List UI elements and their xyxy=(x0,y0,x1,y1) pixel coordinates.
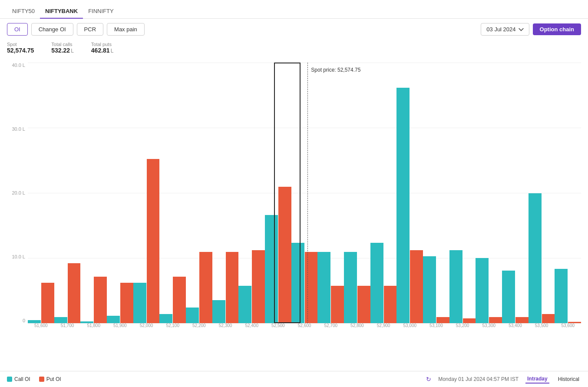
date-picker[interactable]: 03 Jul 2024 xyxy=(481,23,529,36)
put-bar[interactable] xyxy=(384,286,397,323)
x-label: 52,600 xyxy=(291,323,318,328)
call-bar[interactable] xyxy=(238,286,251,323)
bar-group[interactable] xyxy=(476,258,502,323)
x-label: 52,800 xyxy=(344,323,370,328)
bar-group[interactable] xyxy=(449,250,476,323)
put-bar[interactable] xyxy=(252,250,265,323)
x-label: 52,700 xyxy=(317,323,344,328)
call-bar[interactable] xyxy=(344,252,357,323)
put-bar[interactable] xyxy=(357,286,370,323)
bar-group[interactable] xyxy=(107,283,133,323)
call-bar[interactable] xyxy=(159,314,172,323)
call-bar[interactable] xyxy=(370,243,383,323)
x-label: 52,400 xyxy=(238,323,265,328)
x-label: 51,900 xyxy=(107,323,133,328)
call-oi-label: Call OI xyxy=(14,376,30,382)
put-bar[interactable] xyxy=(515,317,529,323)
chevron-down-icon xyxy=(519,27,524,32)
put-bar[interactable] xyxy=(305,252,318,323)
max-pain-button[interactable]: Max pain xyxy=(107,23,145,36)
total-puts-label: Total puts xyxy=(91,42,114,47)
call-bar[interactable] xyxy=(291,243,304,323)
change-oi-button[interactable]: Change OI xyxy=(31,23,73,36)
bar-group[interactable] xyxy=(28,283,54,323)
call-bar[interactable] xyxy=(396,88,410,323)
bar-group[interactable] xyxy=(370,243,397,323)
bar-group[interactable] xyxy=(80,277,107,323)
call-bar[interactable] xyxy=(317,252,330,323)
bar-group[interactable] xyxy=(238,250,265,323)
call-bar[interactable] xyxy=(265,215,278,323)
call-bar[interactable] xyxy=(449,250,462,323)
footer: Call OI Put OI ↻ Monday 01 Jul 2024 04:5… xyxy=(0,371,588,387)
bar-group[interactable] xyxy=(54,263,81,323)
x-label: 51,600 xyxy=(28,323,54,328)
bar-group[interactable] xyxy=(344,252,370,323)
bar-group[interactable] xyxy=(186,252,212,323)
call-bar[interactable] xyxy=(133,283,146,323)
call-bar[interactable] xyxy=(476,258,489,323)
bar-group[interactable] xyxy=(555,269,581,323)
bar-group[interactable] xyxy=(159,277,186,323)
x-axis: 51,60051,70051,80051,90052,00052,10052,2… xyxy=(28,323,581,336)
historical-button[interactable]: Historical xyxy=(556,375,581,383)
bar-group[interactable] xyxy=(529,193,555,323)
bar-group[interactable] xyxy=(396,88,423,323)
put-bar[interactable] xyxy=(436,317,449,323)
footer-right: ↻ Monday 01 Jul 2024 04:57 PM IST Intrad… xyxy=(426,375,581,384)
put-bar[interactable] xyxy=(94,277,107,323)
put-bar[interactable] xyxy=(68,263,81,323)
bar-group[interactable] xyxy=(291,243,318,323)
date-label: 03 Jul 2024 xyxy=(486,26,515,33)
call-bar[interactable] xyxy=(28,320,41,323)
oi-button[interactable]: OI xyxy=(7,23,28,36)
bar-group[interactable] xyxy=(265,187,291,323)
put-bar[interactable] xyxy=(120,283,133,323)
bar-group[interactable] xyxy=(212,252,239,323)
bar-group[interactable] xyxy=(502,271,529,323)
put-bar[interactable] xyxy=(542,314,555,323)
total-puts-stat: Total puts 462.81L xyxy=(91,42,114,54)
tab-nifty50[interactable]: NIFTY50 xyxy=(7,4,40,19)
put-bar[interactable] xyxy=(173,277,186,323)
x-label: 52,900 xyxy=(370,323,397,328)
pcr-button[interactable]: PCR xyxy=(77,23,103,36)
call-bar[interactable] xyxy=(555,269,568,323)
put-bar[interactable] xyxy=(463,318,476,323)
put-bar[interactable] xyxy=(226,252,239,323)
y-label-30: 30.0 L xyxy=(12,126,25,132)
put-bar[interactable] xyxy=(41,283,54,323)
call-bar[interactable] xyxy=(54,317,67,323)
call-bar[interactable] xyxy=(212,300,225,323)
put-bar[interactable] xyxy=(489,317,502,323)
total-calls-label: Total calls xyxy=(51,42,74,47)
bar-group[interactable] xyxy=(423,256,449,323)
call-bar[interactable] xyxy=(107,316,120,323)
bar-group[interactable] xyxy=(317,252,344,323)
spot-stat: Spot 52,574.75 xyxy=(7,42,34,54)
x-label: 53,400 xyxy=(502,323,529,328)
put-bar[interactable] xyxy=(410,250,423,323)
chart-container: 40.0 L 30.0 L 20.0 L 10.0 L 0 51,60051,7… xyxy=(7,63,581,336)
put-bar[interactable] xyxy=(278,187,291,323)
x-label: 52,300 xyxy=(212,323,239,328)
option-chain-button[interactable]: Option chain xyxy=(533,23,581,35)
call-bar[interactable] xyxy=(423,256,436,323)
x-label: 51,800 xyxy=(80,323,107,328)
put-oi-label: Put OI xyxy=(46,376,61,382)
x-label: 52,200 xyxy=(186,323,212,328)
call-bar[interactable] xyxy=(529,193,542,323)
tab-niftybank[interactable]: NIFTYBANK xyxy=(40,4,83,19)
refresh-icon[interactable]: ↻ xyxy=(426,376,431,383)
put-bar[interactable] xyxy=(331,286,344,323)
x-label: 53,300 xyxy=(476,323,502,328)
call-bar[interactable] xyxy=(502,271,515,323)
x-label: 53,500 xyxy=(529,323,555,328)
tab-finnifty[interactable]: FINNIFTY xyxy=(83,4,119,19)
put-bar[interactable] xyxy=(147,159,160,323)
intraday-button[interactable]: Intraday xyxy=(525,375,549,384)
put-bar[interactable] xyxy=(199,252,212,323)
call-bar[interactable] xyxy=(186,308,199,323)
bar-group[interactable] xyxy=(133,159,160,323)
chart-area: 40.0 L 30.0 L 20.0 L 10.0 L 0 51,60051,7… xyxy=(0,59,588,346)
